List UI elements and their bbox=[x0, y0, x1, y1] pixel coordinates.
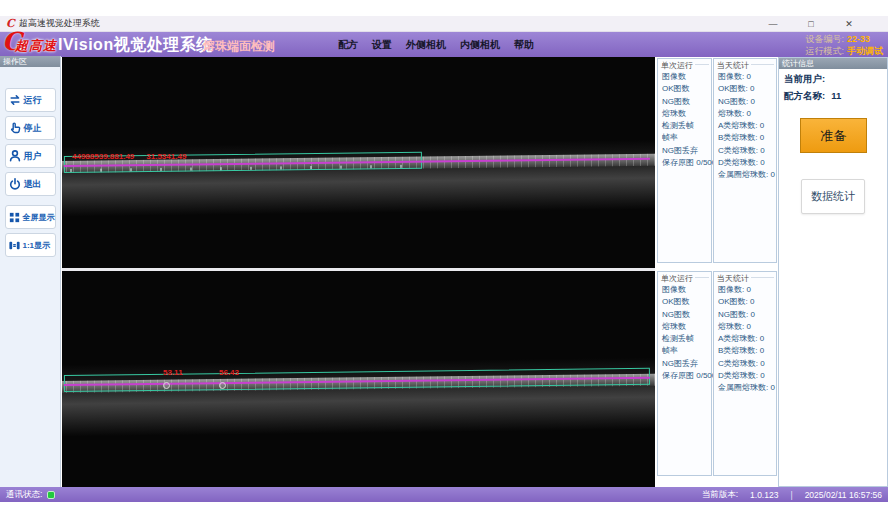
device-id-label: 设备编号: bbox=[805, 34, 844, 44]
stat-row: 金属圈熔珠数: 0 bbox=[718, 169, 776, 181]
window-titlebar: C 超高速视觉处理系统 — □ ✕ bbox=[0, 16, 888, 32]
current-user-label: 当前用户: bbox=[784, 73, 825, 84]
comm-status-label: 通讯状态: bbox=[6, 489, 42, 501]
sidebar-title: 操作区 bbox=[0, 56, 60, 67]
separator: | bbox=[790, 490, 792, 500]
stats-rows: 图像数OK图数NG图数熔珠数检测丢帧帧率NG图丢弃保存原图 0/500 bbox=[662, 71, 711, 169]
device-info: 设备编号:22-33 运行模式:手动调试 bbox=[805, 33, 883, 57]
window-controls: — □ ✕ bbox=[754, 19, 868, 29]
recipe-name-row: 配方名称:11 bbox=[779, 86, 887, 103]
stop-button-label: 停止 bbox=[24, 122, 42, 135]
stat-row: NG图丢弃 bbox=[662, 145, 711, 157]
stat-row: D类熔珠数: 0 bbox=[718, 370, 776, 382]
fullscreen-button[interactable]: 全屏显示 bbox=[5, 205, 56, 229]
today-stats-top: 当天统计 图像数: 0OK图数: 0NG图数: 0熔珠数: 0A类熔珠数: 0B… bbox=[713, 58, 777, 263]
stat-row: NG图丢弃 bbox=[662, 358, 711, 370]
run-mode-value: 手动调试 bbox=[847, 46, 883, 56]
fullscreen-icon bbox=[8, 211, 21, 224]
group-title-line bbox=[695, 277, 709, 278]
stat-row: B类熔珠数: 0 bbox=[718, 345, 776, 357]
stat-row: 熔珠数 bbox=[662, 321, 711, 333]
prepare-button[interactable]: 准备 bbox=[800, 118, 867, 153]
group-title-line bbox=[695, 64, 709, 65]
single-run-stats-top: 单次运行 图像数OK图数NG图数熔珠数检测丢帧帧率NG图丢弃保存原图 0/500 bbox=[657, 58, 712, 263]
menu-item[interactable]: 外侧相机 bbox=[406, 38, 446, 52]
exit-button-label: 退出 bbox=[24, 178, 42, 191]
maximize-icon[interactable]: □ bbox=[792, 19, 830, 29]
stat-row: NG图数: 0 bbox=[718, 309, 776, 321]
menu-item[interactable]: 配方 bbox=[338, 38, 358, 52]
measurement-value: 31.5341.49 bbox=[146, 152, 186, 161]
menu-item[interactable]: 帮助 bbox=[514, 38, 534, 52]
measurement-value: 44988539.881.49 bbox=[72, 152, 134, 161]
user-button[interactable]: 用户 bbox=[5, 144, 56, 168]
group-title-line bbox=[751, 64, 774, 65]
data-statistics-button[interactable]: 数据统计 bbox=[801, 179, 865, 214]
menu-bar: 配方 设置 外侧相机 内侧相机 帮助 bbox=[338, 32, 534, 57]
today-stats-bottom: 当天统计 图像数: 0OK图数: 0NG图数: 0熔珠数: 0A类熔珠数: 0B… bbox=[713, 271, 777, 476]
page-subtitle: 熔珠端面检测 bbox=[203, 38, 275, 55]
stat-row: A类熔珠数: 0 bbox=[718, 120, 776, 132]
stat-row: OK图数: 0 bbox=[718, 83, 776, 95]
stat-row: 金属圈熔珠数: 0 bbox=[718, 382, 776, 394]
recipe-name-label: 配方名称: bbox=[784, 90, 825, 101]
stat-row: D类熔珠数: 0 bbox=[718, 157, 776, 169]
group-title: 当天统计 bbox=[717, 273, 749, 284]
run-cycle-icon bbox=[8, 93, 22, 107]
stat-row: A类熔珠数: 0 bbox=[718, 333, 776, 345]
window-title: 超高速视觉处理系统 bbox=[19, 17, 100, 30]
stat-row: 图像数 bbox=[662, 284, 711, 296]
run-button[interactable]: 运行 bbox=[5, 88, 56, 112]
stop-button[interactable]: 停止 bbox=[5, 116, 56, 140]
operation-sidebar: 操作区 运行 停止 用户 退出 bbox=[0, 56, 61, 487]
minimize-icon[interactable]: — bbox=[754, 19, 792, 29]
stat-row: OK图数 bbox=[662, 296, 711, 308]
app-window: C 超高速视觉处理系统 — □ ✕ C 超高速 IVision视觉处理系统 熔珠… bbox=[0, 0, 888, 522]
brand-logo-text: 超高速 bbox=[15, 37, 57, 55]
one-to-one-button[interactable]: 1:1显示 bbox=[5, 233, 56, 257]
group-title: 单次运行 bbox=[661, 60, 693, 71]
stat-row: 保存原图 0/500 bbox=[662, 157, 711, 169]
stat-row: 帧率 bbox=[662, 345, 711, 357]
group-title: 单次运行 bbox=[661, 273, 693, 284]
stat-row: 检测丢帧 bbox=[662, 333, 711, 345]
stat-row: OK图数 bbox=[662, 83, 711, 95]
run-button-label: 运行 bbox=[24, 94, 42, 107]
status-bar: 通讯状态: 当前版本: 1.0.123 | 2025/02/11 16:57:5… bbox=[0, 487, 888, 502]
stat-row: 熔珠数: 0 bbox=[718, 321, 776, 333]
measurement-value: 56.43 bbox=[219, 368, 239, 377]
stat-row: 保存原图 0/500 bbox=[662, 370, 711, 382]
stat-row: NG图数 bbox=[662, 309, 711, 321]
camera-view-inner: 53.11 56.43 bbox=[62, 271, 655, 487]
exit-button[interactable]: 退出 bbox=[5, 172, 56, 196]
defect-marker bbox=[163, 382, 170, 389]
single-run-stats-bottom: 单次运行 图像数OK图数NG图数熔珠数检测丢帧帧率NG图丢弃保存原图 0/500 bbox=[657, 271, 712, 476]
stat-row: B类熔珠数: 0 bbox=[718, 132, 776, 144]
stat-row: 帧率 bbox=[662, 132, 711, 144]
comm-status-indicator bbox=[47, 491, 55, 499]
close-icon[interactable]: ✕ bbox=[830, 19, 868, 29]
stat-row: 熔珠数 bbox=[662, 108, 711, 120]
run-mode-label: 运行模式: bbox=[805, 46, 844, 56]
stat-row: 图像数: 0 bbox=[718, 71, 776, 83]
user-button-label: 用户 bbox=[24, 150, 42, 163]
menu-item[interactable]: 内侧相机 bbox=[460, 38, 500, 52]
image-gradient bbox=[62, 139, 655, 216]
camera-view-outer: 44988539.881.49 31.5341.49 bbox=[62, 57, 655, 268]
measurement-value: 53.11 bbox=[163, 368, 183, 377]
group-title-line bbox=[751, 277, 774, 278]
version-value: 1.0.123 bbox=[750, 490, 778, 500]
fullscreen-button-label: 全屏显示 bbox=[23, 212, 55, 223]
current-user-row: 当前用户: bbox=[779, 69, 887, 86]
device-id-value: 22-33 bbox=[847, 34, 870, 44]
stat-row: C类熔珠数: 0 bbox=[718, 145, 776, 157]
version-info: 当前版本: 1.0.123 | 2025/02/11 16:57:56 bbox=[702, 489, 882, 501]
menu-item[interactable]: 设置 bbox=[372, 38, 392, 52]
stat-row: 熔珠数: 0 bbox=[718, 108, 776, 120]
info-panel-title: 统计信息 bbox=[779, 58, 887, 69]
app-header: C 超高速 IVision视觉处理系统 熔珠端面检测 配方 设置 外侧相机 内侧… bbox=[0, 32, 888, 57]
stats-rows: 图像数: 0OK图数: 0NG图数: 0熔珠数: 0A类熔珠数: 0B类熔珠数:… bbox=[718, 284, 776, 395]
stat-row: 检测丢帧 bbox=[662, 120, 711, 132]
exit-power-icon bbox=[8, 177, 22, 191]
user-icon bbox=[8, 149, 22, 163]
